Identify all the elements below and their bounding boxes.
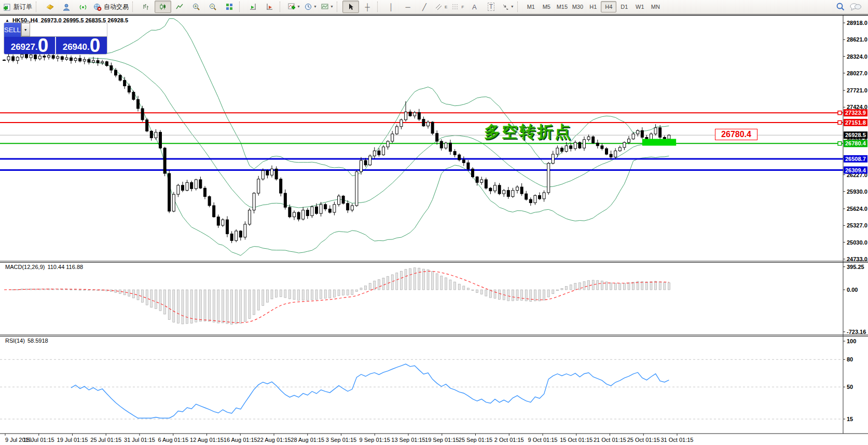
text-label-tool[interactable]: T [483,1,499,13]
macd-histogram-bar [311,290,313,300]
vertical-line-tool[interactable]: │ [383,1,399,13]
date-tick-label: 25 Sep 01:15 [459,437,492,443]
text-label-icon: T [488,3,494,11]
macd-histogram-bar [288,290,291,299]
date-tick-label: 22 Aug 01:15 [257,437,291,443]
timeframe-m30[interactable]: M30 [570,1,585,12]
channel-tool[interactable]: E [433,1,449,13]
line-handle [838,111,842,115]
cursor-icon [347,3,355,11]
arrows-tool[interactable]: ▾ [499,1,516,13]
mt4-window: 新订单 自动交易 [0,0,868,445]
buy-price-main: 26940. [63,43,90,53]
date-tick-label: 9 Sep 01:15 [360,437,390,443]
trendline-tool[interactable]: ╱ [416,1,433,13]
macd-histogram-bar [440,276,443,290]
line-chart-button[interactable] [171,1,188,13]
auto-trading-button[interactable]: 自动交易 [91,1,131,13]
macd-histogram-bar [418,268,420,290]
macd-histogram-bar [467,288,469,290]
crosshair-tool-button[interactable]: ┼ [359,1,376,13]
price-tick-label: 28324.0 [847,53,867,60]
chart-plot-area[interactable]: 28918.028621.028324.028027.027721.027424… [0,0,868,445]
macd-histogram-bar [601,281,603,290]
macd-histogram-bar [123,290,126,295]
price-tick-label: 28621.0 [847,36,867,43]
text-tool-icon: A [472,3,477,11]
new-order-icon [3,3,12,11]
fibonacci-tool[interactable]: F [449,1,466,13]
svg-text:26508.7: 26508.7 [845,156,866,162]
book-icon [46,3,54,11]
price-note-box: 26780.4 [715,129,757,140]
macd-histogram-bar [84,290,86,290]
macd-histogram-bar [382,278,384,290]
periods-button[interactable]: ▾ [302,1,319,13]
highlight-rectangle [642,139,676,145]
horizontal-line-tool[interactable]: ─ [399,1,416,13]
new-order-button[interactable]: 新订单 [1,1,34,13]
search-icon[interactable] [836,2,845,11]
timeframe-m15[interactable]: M15 [554,1,570,12]
zoom-out-button[interactable] [204,1,221,13]
profile-button[interactable] [58,1,75,13]
macd-histogram-bar [534,290,536,301]
macd-histogram-bar [543,290,545,300]
macd-histogram-bar [605,282,608,290]
date-tick-label: 15 Jul 01:15 [23,437,54,443]
cursor-tool-button[interactable] [342,1,359,13]
indicators-button[interactable]: ▾ [285,1,302,13]
sell-price[interactable]: 26927. 0 [4,37,56,54]
macd-histogram-bar [293,290,295,300]
timeframe-m5[interactable]: M5 [539,1,554,12]
svg-text:27151.8: 27151.8 [845,119,866,126]
macd-panel: 395.250.00-723.16 [4,264,866,335]
chart-shift-button[interactable] [261,1,278,13]
zoom-in-button[interactable] [188,1,204,13]
tile-windows-button[interactable] [221,1,238,13]
macd-histogram-bar [507,290,509,301]
bar-chart-button[interactable] [138,1,155,13]
macd-histogram-bar [262,290,264,306]
macd-histogram-bar [597,280,599,290]
macd-histogram-bar [400,271,402,290]
candlestick-chart-button[interactable] [155,1,171,13]
macd-histogram-bar [566,286,568,290]
macd-histogram-bar [494,290,496,298]
signals-button[interactable] [75,1,91,13]
timeframe-h1[interactable]: H1 [585,1,601,12]
date-tick-label: 13 Sep 01:15 [391,437,425,443]
profile-icon [62,3,71,11]
chat-icon[interactable] [849,2,862,11]
timeframe-d1[interactable]: D1 [616,1,632,12]
fibonacci-icon [451,3,460,10]
price-tick-label: 28918.0 [847,20,867,26]
rsi-indicator-label: RSI(14) 58.5918 [5,338,48,344]
macd-values: 110.44 116.88 [47,264,83,270]
sell-button[interactable]: SELL [4,23,21,37]
templates-button[interactable]: ▾ [319,1,335,13]
price-tag: 27323.9 [844,109,867,116]
line-handle [838,120,842,124]
channel-letter: E [445,5,447,9]
buy-price[interactable]: 26940. 0 [56,37,107,54]
toolbar: 新订单 自动交易 [0,0,868,14]
timeframe-w1[interactable]: W1 [632,1,647,12]
collapse-arrow-icon[interactable]: ▲ [5,18,9,23]
volume-decrease-button[interactable]: ▼ [21,23,30,36]
macd-histogram-bar [659,282,661,290]
macd-histogram-bar [226,290,228,323]
market-watch-button[interactable] [42,1,58,13]
price-tick-label: 24733.0 [847,256,867,262]
time-axis: 9 Jul 201915 Jul 01:1519 Jul 01:1525 Jul… [5,434,694,443]
line-chart-icon [175,3,184,11]
auto-scroll-button[interactable] [245,1,261,13]
text-tool[interactable]: A [466,1,483,13]
timeframe-h4[interactable]: H4 [601,1,616,12]
price-tag: 27151.8 [844,119,867,126]
add-indicator-icon [287,3,296,11]
timeframe-m1[interactable]: M1 [523,1,539,12]
tile-windows-icon [225,3,233,11]
macd-histogram-bar [155,290,157,308]
timeframe-mn[interactable]: MN [647,1,663,12]
